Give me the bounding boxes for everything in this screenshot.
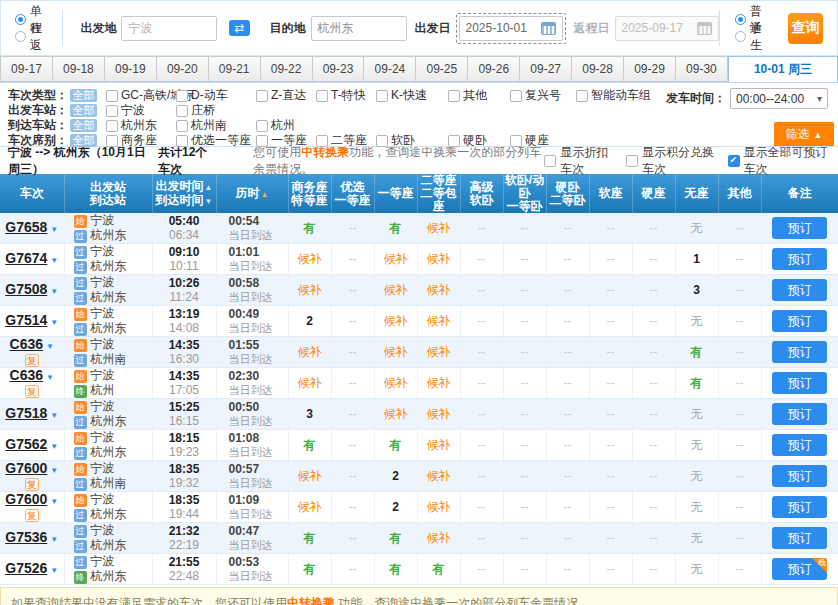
seat-availability[interactable]: 候补 bbox=[384, 283, 408, 297]
from-input[interactable]: 宁波 bbox=[121, 16, 217, 41]
checkbox-icon[interactable] bbox=[316, 90, 328, 102]
sort-desc-icon[interactable]: ▼ bbox=[205, 197, 213, 206]
filter-option[interactable]: Z-直达 bbox=[256, 87, 316, 104]
column-header-历时[interactable]: 历时▲ bbox=[216, 174, 288, 213]
date-tab-active[interactable]: 10-01 周三 bbox=[728, 56, 838, 82]
seat-availability[interactable]: 候补 bbox=[384, 376, 408, 390]
seat-availability[interactable]: 候补 bbox=[427, 314, 451, 328]
seat-availability[interactable]: 有 bbox=[390, 438, 402, 452]
book-button[interactable]: 预订 bbox=[772, 465, 827, 487]
filter-option[interactable]: 硬座 bbox=[510, 132, 576, 149]
checkbox-icon[interactable] bbox=[510, 90, 522, 102]
train-number-link[interactable]: G7514 bbox=[5, 312, 47, 328]
train-number-link[interactable]: G7536 bbox=[5, 529, 47, 545]
book-button[interactable]: 预订 bbox=[772, 279, 827, 301]
seat-availability[interactable]: 候补 bbox=[384, 345, 408, 359]
seat-availability[interactable]: 候补 bbox=[298, 500, 322, 514]
seat-availability[interactable]: 候补 bbox=[427, 407, 451, 421]
filter-all-button[interactable]: 全部 bbox=[70, 89, 97, 102]
expand-caret-icon[interactable]: ▼ bbox=[50, 225, 58, 234]
filter-option[interactable]: 一等座 bbox=[256, 132, 316, 149]
checkbox-icon[interactable] bbox=[176, 120, 188, 132]
train-number-link[interactable]: C636 bbox=[10, 336, 43, 352]
date-tab[interactable]: 09-30 bbox=[676, 56, 728, 82]
book-button[interactable]: 预订 bbox=[772, 217, 827, 239]
train-number-link[interactable]: G7600 bbox=[5, 460, 47, 476]
train-number-link[interactable]: G7518 bbox=[5, 405, 47, 421]
date-tab[interactable]: 09-25 bbox=[416, 56, 468, 82]
filter-option[interactable]: 商务座 bbox=[106, 132, 176, 149]
seat-availability[interactable]: 候补 bbox=[427, 252, 451, 266]
checkbox-icon[interactable] bbox=[448, 90, 460, 102]
date-tab[interactable]: 09-28 bbox=[572, 56, 624, 82]
date-tab[interactable]: 09-21 bbox=[209, 56, 261, 82]
seat-availability[interactable]: 候补 bbox=[384, 407, 408, 421]
filter-button[interactable]: 筛选▲ bbox=[774, 122, 834, 146]
expand-caret-icon[interactable]: ▼ bbox=[50, 256, 58, 265]
checkbox-icon[interactable] bbox=[376, 135, 388, 147]
transfer-link[interactable]: 中转换乘 bbox=[287, 596, 335, 605]
expand-caret-icon[interactable]: ▼ bbox=[46, 342, 54, 351]
filter-all-button[interactable]: 全部 bbox=[70, 104, 97, 117]
passenger-type-radio-option[interactable]: 学生 bbox=[735, 28, 762, 45]
train-number-link[interactable]: G7508 bbox=[5, 281, 47, 297]
expand-caret-icon[interactable]: ▼ bbox=[50, 442, 58, 451]
calendar-icon[interactable] bbox=[541, 22, 556, 35]
seat-availability[interactable]: 候补 bbox=[427, 531, 451, 545]
date-tab[interactable]: 09-23 bbox=[313, 56, 365, 82]
seat-availability[interactable]: 候补 bbox=[384, 252, 408, 266]
seat-availability[interactable]: 候补 bbox=[298, 345, 322, 359]
book-button[interactable]: 预订 bbox=[772, 527, 827, 549]
seat-availability[interactable]: 有 bbox=[304, 531, 316, 545]
filter-all-button[interactable]: 全部 bbox=[70, 119, 97, 132]
checkbox-icon[interactable] bbox=[316, 135, 328, 147]
checkbox-icon[interactable] bbox=[376, 90, 388, 102]
checkbox-icon[interactable] bbox=[256, 120, 268, 132]
train-number-link[interactable]: G7526 bbox=[5, 560, 47, 576]
seat-availability[interactable]: 候补 bbox=[298, 252, 322, 266]
seat-availability[interactable]: 有 bbox=[691, 345, 703, 359]
train-number-link[interactable]: C636 bbox=[10, 367, 43, 383]
book-button[interactable]: 预订 bbox=[772, 403, 827, 425]
checkbox-icon[interactable] bbox=[448, 135, 460, 147]
checkbox-icon[interactable] bbox=[106, 120, 118, 132]
book-button[interactable]: 预订 bbox=[772, 341, 827, 363]
checkbox-icon[interactable] bbox=[544, 155, 556, 167]
sort-asc-icon[interactable]: ▲ bbox=[261, 190, 269, 199]
seat-availability[interactable]: 候补 bbox=[427, 376, 451, 390]
display-toggle[interactable]: 显示积分兑换车次 bbox=[626, 144, 719, 178]
date-tab[interactable]: 09-19 bbox=[105, 56, 157, 82]
checkbox-icon[interactable] bbox=[510, 135, 522, 147]
filter-option[interactable]: 软卧 bbox=[376, 132, 448, 149]
checkbox-icon[interactable] bbox=[256, 90, 268, 102]
train-number-link[interactable]: G7562 bbox=[5, 436, 47, 452]
trip-type-radio-option[interactable]: 往返 bbox=[15, 28, 42, 45]
seat-availability[interactable]: 有 bbox=[304, 562, 316, 576]
filter-option[interactable]: 硬卧 bbox=[448, 132, 510, 149]
date-tab[interactable]: 09-18 bbox=[53, 56, 105, 82]
seat-availability[interactable]: 候补 bbox=[298, 469, 322, 483]
expand-caret-icon[interactable]: ▼ bbox=[50, 411, 58, 420]
seat-availability[interactable]: 候补 bbox=[427, 469, 451, 483]
expand-caret-icon[interactable]: ▼ bbox=[50, 535, 58, 544]
seat-availability[interactable]: 候补 bbox=[427, 345, 451, 359]
swap-stations-icon[interactable]: ⇄ bbox=[229, 20, 249, 36]
checkbox-icon[interactable] bbox=[256, 135, 268, 147]
checkbox-icon[interactable] bbox=[106, 135, 118, 147]
to-input[interactable]: 杭州东 bbox=[311, 16, 407, 41]
date-tab[interactable]: 09-24 bbox=[364, 56, 416, 82]
expand-caret-icon[interactable]: ▼ bbox=[50, 566, 58, 575]
seat-availability[interactable]: 有 bbox=[691, 376, 703, 390]
filter-option[interactable]: 二等座 bbox=[316, 132, 376, 149]
checkbox-icon[interactable] bbox=[106, 105, 118, 117]
seat-availability[interactable]: 有 bbox=[390, 562, 402, 576]
column-header-出发时间[interactable]: 出发时间▲到达时间▼ bbox=[152, 174, 216, 213]
filter-option[interactable]: K-快速 bbox=[376, 87, 448, 104]
seat-availability[interactable]: 候补 bbox=[298, 376, 322, 390]
seat-availability[interactable]: 候补 bbox=[427, 500, 451, 514]
book-button[interactable]: 预订 bbox=[772, 434, 827, 456]
expand-caret-icon[interactable]: ▼ bbox=[50, 287, 58, 296]
train-number-link[interactable]: G7658 bbox=[5, 219, 47, 235]
date-tab[interactable]: 09-17 bbox=[0, 56, 53, 82]
book-button[interactable]: 预订 bbox=[772, 496, 827, 518]
